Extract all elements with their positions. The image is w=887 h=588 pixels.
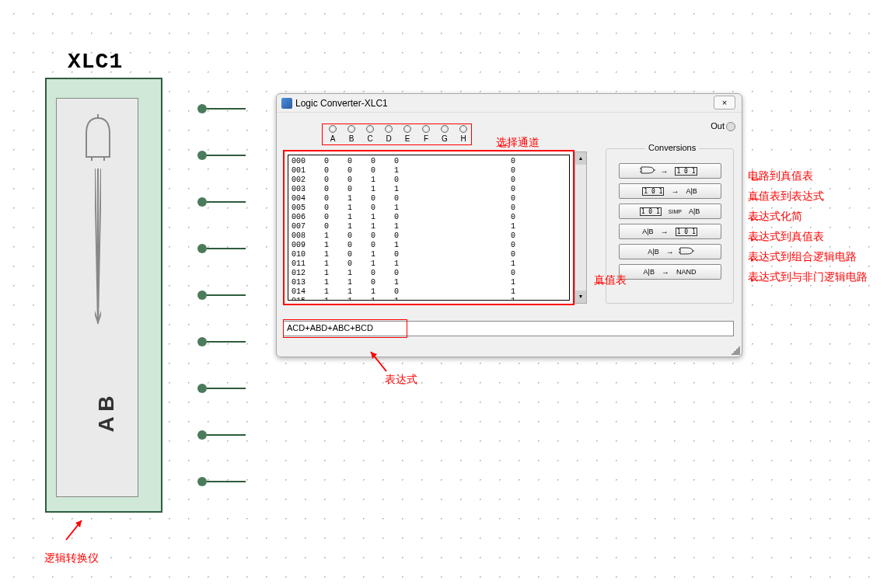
instrument-body[interactable]: A B xyxy=(45,78,162,513)
expression-text: ACD+ABD+ABC+BCD xyxy=(284,322,733,334)
channel-h[interactable]: H xyxy=(456,125,471,143)
pin[interactable] xyxy=(197,151,207,160)
arrow-down-icon xyxy=(95,169,101,324)
window-titlebar[interactable]: Logic Converter-XLC1 xyxy=(277,94,742,113)
conversion-button-5[interactable]: A|B→NAND xyxy=(619,264,721,280)
truth-table-content: 000 0 0 0 0 0 001 0 0 0 1 0 002 0 0 1 0 … xyxy=(288,155,569,301)
pin[interactable] xyxy=(197,384,207,393)
callout-conv-0: ← 电路到真值表 xyxy=(748,169,813,183)
conversion-button-4[interactable]: A|B→ xyxy=(619,244,721,259)
conversion-button-2[interactable]: 1 0 1SIMPA|B xyxy=(619,204,721,219)
conversion-button-1[interactable]: 1 0 1→A|B xyxy=(619,183,721,199)
resize-handle-icon[interactable] xyxy=(731,346,740,355)
channel-led-icon xyxy=(422,125,430,133)
app-icon xyxy=(281,98,292,109)
pin[interactable] xyxy=(197,430,207,440)
channel-led-icon xyxy=(459,125,467,133)
instrument-screen: A B xyxy=(56,98,138,497)
instrument-ab-label: A B xyxy=(94,395,119,432)
channel-e[interactable]: E xyxy=(400,125,415,143)
channel-led-icon xyxy=(385,125,393,133)
channel-led-icon xyxy=(366,125,374,133)
instrument-refdes: XLC1 xyxy=(68,50,123,74)
channel-c[interactable]: C xyxy=(362,125,378,143)
arrow-red-icon xyxy=(58,517,89,548)
conversion-button-0[interactable]: →1 0 1 xyxy=(619,163,721,179)
pin[interactable] xyxy=(197,477,207,486)
callout-conv-2: ← 表达式化简 xyxy=(748,210,802,224)
channel-b[interactable]: B xyxy=(344,125,359,143)
channel-d[interactable]: D xyxy=(381,125,396,143)
conversions-legend: Conversions xyxy=(645,143,699,152)
channel-a[interactable]: A xyxy=(325,125,340,143)
callout-conv-5: ← 表达式到与非门逻辑电路 xyxy=(748,270,868,284)
pin[interactable] xyxy=(197,197,207,207)
logic-converter-window[interactable]: Logic Converter-XLC1 × Out ABCDEFGH 000 … xyxy=(276,93,742,357)
window-title: Logic Converter-XLC1 xyxy=(295,98,388,109)
truth-table[interactable]: 000 0 0 0 0 0 001 0 0 0 1 0 002 0 0 1 0 … xyxy=(288,155,570,301)
callout-conv-1: ← 真值表到表达式 xyxy=(748,190,824,204)
expression-input[interactable]: ACD+ABD+ABC+BCD xyxy=(283,321,734,336)
scroll-down-button[interactable]: ▾ xyxy=(575,291,586,303)
channel-led-icon xyxy=(329,125,337,133)
pin[interactable] xyxy=(197,244,207,253)
and-gate-icon xyxy=(80,114,116,161)
callout-instrument: 逻辑转换仪 xyxy=(44,551,99,565)
channel-f[interactable]: F xyxy=(418,125,434,143)
callout-channels: ← 选择通道 xyxy=(496,136,540,150)
conversion-button-3[interactable]: A|B→1 0 1 xyxy=(619,224,721,239)
scroll-up-button[interactable]: ▴ xyxy=(575,152,586,165)
callout-conv-3: ← 表达式到真值表 xyxy=(748,230,824,244)
out-led[interactable] xyxy=(726,122,735,131)
out-label: Out xyxy=(711,121,725,130)
channel-led-icon xyxy=(441,125,449,133)
truth-table-highlight: 000 0 0 0 0 0 001 0 0 0 1 0 002 0 0 1 0 … xyxy=(283,150,574,305)
callout-truthtable: ← 真值表 xyxy=(594,273,627,287)
callout-conv-4: ← 表达式到组合逻辑电路 xyxy=(748,250,857,264)
scrollbar[interactable]: ▴ ▾ xyxy=(574,151,587,304)
close-button[interactable]: × xyxy=(714,96,735,110)
channel-led-icon xyxy=(347,125,355,133)
pin[interactable] xyxy=(197,337,207,346)
channel-g[interactable]: G xyxy=(437,125,452,143)
pin[interactable] xyxy=(197,291,207,300)
channel-led-icon xyxy=(403,125,411,133)
pin[interactable] xyxy=(197,104,207,113)
callout-expression: 表达式 xyxy=(385,373,417,387)
